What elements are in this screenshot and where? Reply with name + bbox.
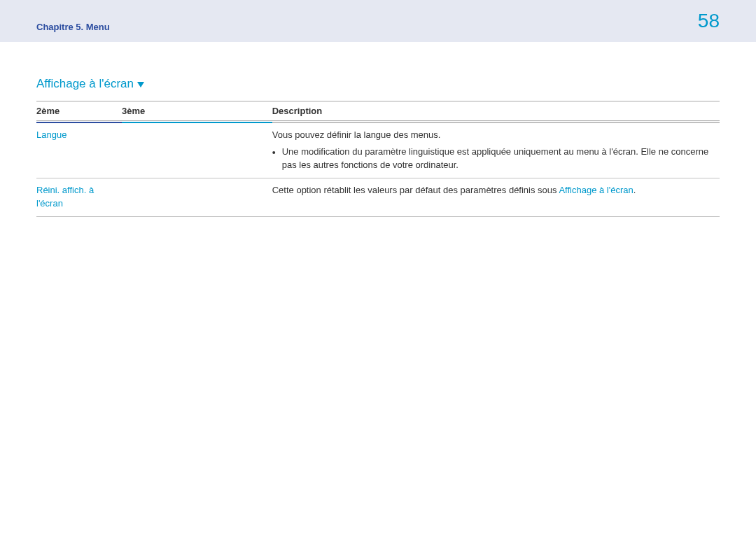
header-bar: Chapitre 5. Menu 58 [0, 0, 756, 42]
table-cell-desc: Vous pouvez définir la langue des menus.… [272, 122, 720, 178]
table-cell-desc: Cette option rétablit les valeurs par dé… [272, 178, 720, 217]
desc-bullet: Une modification du paramètre linguistiq… [272, 146, 717, 172]
table-row: Langue Vous pouvez définir la langue des… [36, 122, 720, 178]
chapter-label: Chapitre 5. Menu [36, 22, 110, 36]
table-header-col3: Description [272, 101, 720, 121]
table-cell-col2 [122, 178, 272, 217]
table-row: Réini. affich. à l'écran Cette option ré… [36, 178, 720, 217]
section-title-text: Affichage à l'écran [36, 77, 134, 91]
desc-link[interactable]: Affichage à l'écran [559, 185, 633, 195]
section-title: Affichage à l'écran [36, 77, 144, 91]
desc-main: Vous pouvez définir la langue des menus. [272, 129, 441, 140]
table-header-col2: 3ème [122, 101, 272, 121]
desc-suffix: . [634, 185, 636, 195]
table-cell-col2 [122, 122, 272, 178]
table-cell-col1: Réini. affich. à l'écran [36, 178, 122, 217]
triangle-down-icon [137, 77, 144, 91]
table-cell-col1: Langue [36, 122, 122, 178]
menu-table: 2ème 3ème Description Langue Vous pouvez… [36, 101, 720, 217]
table-header-col1: 2ème [36, 101, 122, 121]
table-header-row: 2ème 3ème Description [36, 101, 720, 121]
main-content: Affichage à l'écran 2ème 3ème Descriptio… [0, 42, 756, 217]
page-number: 58 [698, 11, 720, 36]
desc-prefix: Cette option rétablit les valeurs par dé… [272, 185, 559, 195]
